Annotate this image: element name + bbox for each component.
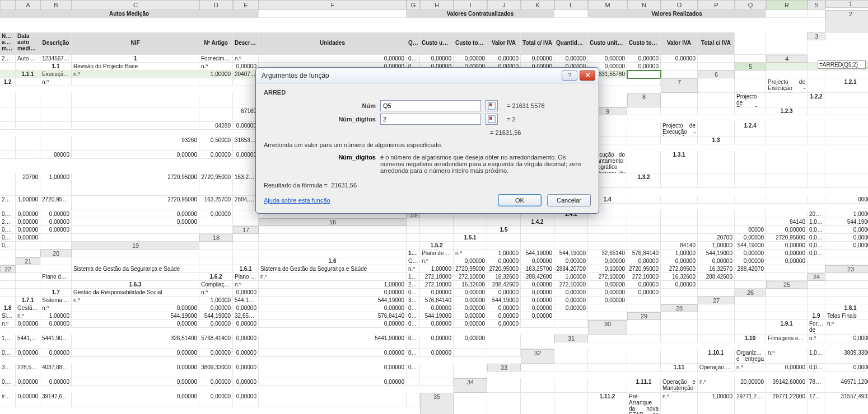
cell-F3[interactable]: Fornecimentos Diversos (199, 55, 233, 63)
cell-B34[interactable] (521, 378, 554, 393)
cell-Q22[interactable]: 288,42070 (735, 265, 766, 273)
cell-G6[interactable]: n.º (40, 78, 72, 86)
cell-D3[interactable]: 123456789 (40, 55, 72, 63)
cell-D8[interactable] (766, 93, 808, 107)
cell-L18[interactable]: 20700 (698, 234, 735, 242)
cell-D18[interactable] (420, 234, 454, 242)
cell-L12[interactable]: 20700 (16, 173, 40, 196)
cancel-button[interactable]: Cancelar (547, 194, 591, 206)
cell-A35[interactable] (454, 393, 487, 414)
cell-G28[interactable]: n.º (16, 312, 40, 320)
cell-B10[interactable] (627, 122, 661, 137)
cell-Q28[interactable]: 0,00000 (521, 312, 554, 320)
cell-P18[interactable]: 0,00000 (825, 234, 868, 242)
col-header-F[interactable]: F (259, 0, 407, 10)
cell-G13[interactable] (698, 173, 735, 188)
cell-G34[interactable]: n.º (698, 378, 735, 393)
cell-J28[interactable]: 544,19000 (199, 312, 233, 320)
cell-D27[interactable] (825, 297, 868, 304)
row-header-17[interactable]: 17 (233, 226, 259, 234)
cell-M10[interactable]: 0,50000 (199, 137, 233, 151)
cell-J31[interactable]: 0,00000 (16, 349, 40, 357)
cell-B27[interactable] (766, 297, 808, 304)
cell-F14[interactable] (627, 196, 661, 204)
cell-J19[interactable] (588, 242, 627, 250)
dialog-close-button[interactable]: ✕ (580, 70, 595, 81)
cell-D30[interactable] (735, 320, 766, 335)
cell-I27[interactable]: 0,00000 (199, 304, 233, 312)
cell-H9[interactable] (0, 122, 16, 130)
cell-B22[interactable] (40, 265, 72, 273)
cell-H22[interactable]: 1,00000 (420, 265, 454, 273)
cell-Q32[interactable]: 0,00000 (407, 364, 420, 378)
cell-F5[interactable]: Execução de Revisão ao Projeto Base (40, 70, 72, 78)
cell-L11[interactable]: 00000 (40, 151, 72, 159)
cell-O13[interactable]: 2720,95000 (72, 196, 199, 210)
cell-G31[interactable]: n.º (808, 335, 825, 342)
cell-J25[interactable]: 0,00000 (407, 289, 420, 297)
cell-P27[interactable]: 0,00000 (521, 304, 554, 312)
cell-J32[interactable]: 3809,33000 (0, 364, 16, 378)
cell-K13[interactable] (825, 173, 868, 188)
cell-S25[interactable] (698, 289, 735, 297)
cell-R24[interactable] (698, 281, 735, 289)
row-header-23[interactable]: 23 (825, 265, 868, 273)
cell-O3[interactable]: 0,00000 (588, 55, 627, 63)
cell-C31[interactable] (661, 335, 698, 342)
cell-D31[interactable] (698, 335, 735, 342)
cell-A28[interactable] (698, 304, 735, 312)
cell-E5[interactable]: 1.1.1 (16, 70, 40, 78)
cell-E23[interactable]: 1.6.2 (199, 273, 233, 281)
cell-E12[interactable]: 1.3.1 (661, 151, 698, 173)
cell-I18[interactable] (588, 234, 627, 242)
cell-R5[interactable] (627, 70, 661, 78)
cell-E34[interactable]: 1.11.1 (627, 378, 661, 393)
cell-L23[interactable]: 288,42600 (521, 273, 554, 281)
cell-A33[interactable] (521, 364, 554, 371)
cell-I25[interactable]: 0,00000 (259, 289, 407, 297)
cell-D20[interactable] (259, 250, 407, 257)
cell-D7[interactable] (808, 78, 825, 93)
cell-A3[interactable]: 1 (825, 32, 868, 40)
cell-K30[interactable]: 326,51400 (72, 335, 199, 349)
cell-M25[interactable]: 0,00000 (487, 289, 521, 297)
row-header-27[interactable]: 27 (698, 297, 735, 304)
cell-K22[interactable]: 163,25700 (521, 265, 554, 273)
cell-R14[interactable] (233, 210, 259, 218)
cell-L15[interactable]: 20700 (808, 210, 825, 218)
cell-L35[interactable]: 31557,49320 (825, 393, 868, 414)
cell-Q19[interactable]: 0,00000 (825, 242, 868, 250)
cell-P16[interactable]: 0,00000 (16, 226, 40, 234)
col-header-K[interactable]: K (521, 0, 554, 10)
cell-G7[interactable] (16, 93, 40, 107)
cell-C6[interactable] (808, 70, 825, 78)
cell-J23[interactable]: 272,10000 (454, 273, 487, 281)
cell-H7[interactable] (40, 93, 72, 107)
cell-D6[interactable] (825, 70, 868, 78)
cell-S31[interactable] (487, 349, 521, 357)
cell-J8[interactable] (72, 107, 199, 122)
cell-N29[interactable]: 0,00000 (407, 320, 420, 328)
cell-H35[interactable]: 1,00000 (698, 393, 735, 414)
cell-D12[interactable] (627, 151, 661, 173)
cell-B16[interactable] (420, 218, 454, 226)
cell-J30[interactable]: 5441,90000 (40, 335, 72, 349)
cell-E22[interactable]: 1.6.1 (233, 265, 259, 273)
cell-E29[interactable]: 1.9 (808, 312, 825, 320)
cell-D11[interactable] (661, 137, 698, 144)
cell-D19[interactable] (407, 242, 420, 250)
cell-F35[interactable]: Pré-Arranque da nova ETAR de Matosinhos,… (627, 393, 661, 414)
arg2-range-select-button[interactable] (486, 114, 498, 125)
col-header-S[interactable]: S (808, 0, 825, 10)
cell-J12[interactable] (825, 151, 868, 173)
cell-F24[interactable]: Compilação Técnica (199, 281, 233, 289)
col-header-D[interactable]: D (199, 0, 233, 10)
col-header-P[interactable]: P (698, 0, 735, 10)
cell-C30[interactable] (698, 320, 735, 335)
cell-B30[interactable] (661, 320, 698, 335)
cell-P32[interactable]: 0,00000 (259, 364, 407, 378)
cell-N23[interactable]: 272,10000 (588, 273, 627, 281)
cell-E33[interactable]: 1.11 (661, 364, 698, 371)
cell-M22[interactable]: 0,10000 (588, 265, 627, 273)
cell-O23[interactable]: 272,10000 (627, 273, 661, 281)
